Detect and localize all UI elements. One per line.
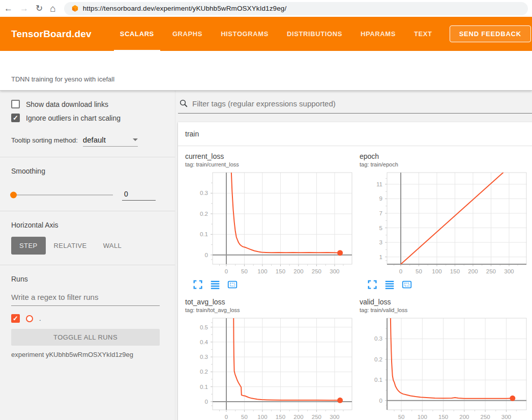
svg-text:50: 50 bbox=[241, 268, 248, 274]
forward-icon[interactable]: → bbox=[20, 4, 28, 13]
chart-actions bbox=[185, 278, 357, 291]
checkbox-unchecked-icon[interactable] bbox=[11, 100, 20, 108]
smoothing-value-input[interactable] bbox=[122, 189, 156, 201]
reload-icon[interactable]: ↻ bbox=[36, 4, 43, 13]
svg-text:0: 0 bbox=[205, 252, 208, 258]
address-bar[interactable]: https://tensorboard.dev/experiment/yKUbh… bbox=[64, 2, 528, 15]
send-feedback-button[interactable]: SEND FEEDBACK bbox=[450, 25, 531, 42]
run-row[interactable]: ✓ . bbox=[11, 314, 160, 323]
svg-text:150: 150 bbox=[276, 414, 285, 420]
tooltip-sorting-label: Tooltip sorting method: bbox=[11, 136, 78, 144]
tab-text[interactable]: TEXT bbox=[414, 17, 432, 51]
svg-text:0.1: 0.1 bbox=[200, 231, 208, 237]
axis-relative-button[interactable]: RELATIVE bbox=[46, 237, 95, 255]
line-chart-current-loss[interactable]: 05010015020025030000.10.20.3 bbox=[185, 170, 357, 277]
tensorboard-favicon bbox=[71, 5, 79, 12]
line-chart-epoch[interactable]: 0501001502002503001357911 bbox=[360, 170, 531, 277]
svg-text:300: 300 bbox=[330, 268, 339, 274]
svg-text:7: 7 bbox=[379, 210, 382, 216]
horizontal-axis-label: Horizontal Axis bbox=[11, 221, 58, 229]
horizontal-axis-section: Horizontal Axis STEP RELATIVE WALL bbox=[0, 211, 175, 265]
train-section-card: train current_loss tag: train/current_lo… bbox=[178, 122, 532, 420]
run-checkbox-checked-icon[interactable]: ✓ bbox=[11, 314, 20, 323]
tab-hparams[interactable]: HPARAMS bbox=[361, 17, 396, 51]
runs-regex-input[interactable] bbox=[11, 290, 160, 306]
charts-grid: current_loss tag: train/current_loss 050… bbox=[178, 146, 532, 420]
axis-wall-button[interactable]: WALL bbox=[95, 237, 130, 255]
svg-text:3: 3 bbox=[379, 239, 382, 245]
chart-tag: tag: train/tot_avg_loss bbox=[185, 307, 357, 313]
chart-panel-current-loss: current_loss tag: train/current_loss 050… bbox=[185, 152, 357, 291]
experiment-title-bar: TDNN training for yesno with icefall bbox=[0, 51, 532, 91]
svg-text:0.2: 0.2 bbox=[200, 211, 208, 217]
tooltip-sorting-row: Tooltip sorting method: default bbox=[11, 135, 160, 147]
tag-filter-row bbox=[178, 97, 532, 114]
line-chart-valid-loss[interactable]: 5010015020025030000.10.20.3 bbox=[360, 315, 531, 420]
svg-text:0: 0 bbox=[225, 414, 228, 420]
svg-text:250: 250 bbox=[312, 268, 321, 274]
svg-text:300: 300 bbox=[501, 414, 511, 420]
checkbox-checked-icon[interactable]: ✓ bbox=[11, 114, 20, 122]
chevron-down-icon bbox=[133, 138, 138, 141]
show-download-links-row[interactable]: Show data download links bbox=[11, 100, 160, 108]
fit-domain-icon[interactable] bbox=[401, 278, 413, 291]
tab-graphs[interactable]: GRAPHS bbox=[172, 17, 202, 51]
toggle-y-axis-icon[interactable] bbox=[384, 278, 396, 291]
home-icon[interactable]: ⌂ bbox=[50, 4, 55, 13]
nav-tabs: SCALARS GRAPHS HISTOGRAMS DISTRIBUTIONS … bbox=[120, 17, 432, 51]
chart-title: valid_loss bbox=[360, 298, 531, 306]
tab-distributions[interactable]: DISTRIBUTIONS bbox=[287, 17, 342, 51]
tag-filter-input[interactable] bbox=[192, 99, 531, 108]
axis-step-button[interactable]: STEP bbox=[11, 237, 46, 255]
svg-text:200: 200 bbox=[459, 414, 469, 420]
general-settings-section: Show data download links ✓ Ignore outlie… bbox=[0, 91, 175, 157]
svg-text:300: 300 bbox=[330, 414, 339, 420]
smoothing-slider[interactable] bbox=[11, 194, 113, 195]
ignore-outliers-row[interactable]: ✓ Ignore outliers in chart scaling bbox=[11, 114, 160, 122]
section-header-train[interactable]: train bbox=[178, 122, 532, 146]
svg-text:200: 200 bbox=[293, 414, 303, 420]
svg-text:50: 50 bbox=[241, 414, 248, 420]
expand-chart-icon[interactable] bbox=[367, 278, 379, 291]
chart-title: epoch bbox=[360, 152, 531, 160]
svg-text:0.3: 0.3 bbox=[200, 354, 208, 360]
chart-tag: tag: train/valid_loss bbox=[360, 307, 531, 313]
main-panel: train current_loss tag: train/current_lo… bbox=[175, 91, 532, 420]
svg-text:50: 50 bbox=[416, 268, 422, 274]
svg-text:9: 9 bbox=[379, 195, 382, 202]
tab-histograms[interactable]: HISTOGRAMS bbox=[221, 17, 269, 51]
svg-text:0.2: 0.2 bbox=[374, 356, 382, 362]
svg-text:5: 5 bbox=[379, 225, 382, 231]
smoothing-label: Smoothing bbox=[11, 167, 45, 175]
run-color-swatch-icon bbox=[26, 315, 33, 322]
svg-text:100: 100 bbox=[257, 414, 267, 420]
svg-text:200: 200 bbox=[293, 268, 303, 274]
smoothing-slider-thumb[interactable] bbox=[10, 191, 17, 198]
svg-text:0.1: 0.1 bbox=[374, 377, 382, 383]
svg-text:0.3: 0.3 bbox=[374, 335, 382, 342]
svg-text:250: 250 bbox=[481, 414, 490, 420]
app-header: TensorBoard.dev SCALARS GRAPHS HISTOGRAM… bbox=[0, 17, 532, 51]
expand-chart-icon[interactable] bbox=[192, 278, 204, 291]
smoothing-slider-row bbox=[11, 189, 160, 201]
experiment-title: TDNN training for yesno with icefall bbox=[11, 75, 114, 83]
toggle-all-runs-button[interactable]: TOGGLE ALL RUNS bbox=[11, 329, 160, 346]
fit-domain-icon[interactable] bbox=[227, 278, 239, 291]
svg-text:0.5: 0.5 bbox=[200, 324, 208, 330]
chart-actions bbox=[360, 278, 531, 291]
svg-text:200: 200 bbox=[468, 268, 478, 274]
tooltip-sorting-value: default bbox=[83, 135, 106, 144]
toggle-y-axis-icon[interactable] bbox=[210, 278, 222, 291]
browser-toolbar: ← → ↻ ⌂ https://tensorboard.dev/experime… bbox=[0, 0, 532, 17]
settings-sidebar: Show data download links ✓ Ignore outlie… bbox=[0, 91, 175, 420]
svg-text:250: 250 bbox=[486, 268, 496, 274]
back-icon[interactable]: ← bbox=[4, 4, 13, 13]
line-chart-tot-avg-loss[interactable]: 05010015020025030000.10.20.30.40.5 bbox=[185, 315, 357, 420]
svg-text:150: 150 bbox=[438, 414, 448, 420]
tooltip-sorting-select[interactable]: default bbox=[83, 135, 138, 147]
svg-text:0.3: 0.3 bbox=[200, 190, 208, 196]
chart-panel-tot-avg-loss: tot_avg_loss tag: train/tot_avg_loss 050… bbox=[185, 298, 357, 420]
chart-tag: tag: train/epoch bbox=[360, 161, 531, 167]
experiment-caption: experiment yKUbhb5wRmOSXYkId1z9eg bbox=[11, 351, 160, 358]
tab-scalars[interactable]: SCALARS bbox=[120, 17, 154, 51]
